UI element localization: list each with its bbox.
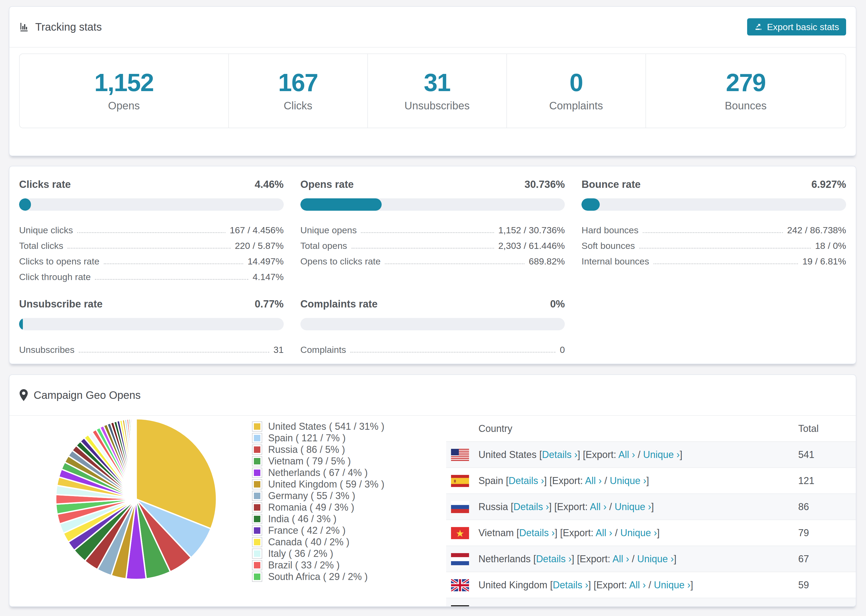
- total-cell: 55: [798, 605, 809, 607]
- rate-row-label: Total clicks: [19, 240, 63, 251]
- export-unique-link[interactable]: Unique ›: [610, 475, 646, 486]
- export-unique-link[interactable]: Unique ›: [643, 449, 680, 460]
- export-button-label: Export basic stats: [767, 22, 839, 32]
- export-all-link[interactable]: All ›: [600, 605, 617, 607]
- rate-block-unsubscribe-rate: Unsubscribe rate0.77%Unsubscribes31: [19, 298, 284, 355]
- rate-row-label: Hard bounces: [581, 225, 638, 236]
- legend-item: Italy ( 36 / 2% ): [252, 548, 384, 559]
- country-cell: Netherlands [Details ›] [Export: All › /…: [479, 553, 676, 565]
- de-flag-icon: [451, 605, 469, 607]
- table-row: Germany [Details ›] [Export: All › / Uni…: [446, 598, 856, 607]
- rate-row-value: 0: [560, 344, 565, 355]
- rate-rows: Hard bounces242 / 86.738%Soft bounces18 …: [581, 220, 846, 267]
- legend-item: Canada ( 40 / 2% ): [252, 536, 384, 548]
- legend-swatch: [252, 421, 262, 432]
- export-unique-link[interactable]: Unique ›: [614, 501, 651, 512]
- rate-row-label: Internal bounces: [581, 256, 649, 267]
- details-link[interactable]: Details ›: [553, 580, 588, 591]
- geo-opens-legend: United States ( 541 / 31% )Spain ( 121 /…: [252, 421, 384, 582]
- legend-swatch: [252, 433, 262, 443]
- stat-label: Unsubscribes: [405, 100, 469, 112]
- export-all-link[interactable]: All ›: [612, 553, 629, 564]
- total-cell: 79: [798, 527, 809, 539]
- rate-value: 6.927%: [811, 179, 846, 190]
- rate-value: 0.77%: [255, 298, 284, 310]
- rate-row: Click through rate4.147%: [19, 267, 284, 282]
- rate-row-label: Unique opens: [301, 225, 357, 236]
- legend-item: United States ( 541 / 31% ): [252, 421, 384, 432]
- country-cell: Germany [Details ›] [Export: All › / Uni…: [479, 605, 664, 607]
- rates-card: Clicks rate4.46%Unique clicks167 / 4.456…: [9, 166, 856, 364]
- legend-item: Vietnam ( 79 / 5% ): [252, 455, 384, 467]
- rate-progress-fill: [581, 198, 600, 211]
- legend-item: France ( 42 / 2% ): [252, 525, 384, 536]
- tracking-stats-header: Tracking stats Export basic stats: [9, 7, 856, 47]
- stat-label: Bounces: [725, 100, 767, 112]
- export-unique-link[interactable]: Unique ›: [625, 605, 661, 607]
- legend-swatch: [252, 560, 262, 570]
- export-all-link[interactable]: All ›: [585, 475, 601, 486]
- dotted-leader: [643, 232, 783, 233]
- export-all-link[interactable]: All ›: [618, 449, 635, 460]
- details-link[interactable]: Details ›: [519, 527, 554, 538]
- legend-label: United States ( 541 / 31% ): [268, 421, 384, 432]
- es-flag-icon: [451, 475, 469, 487]
- rate-block-complaints-rate: Complaints rate0%Complaints0: [301, 298, 565, 355]
- pie-slice-other: [136, 419, 136, 499]
- dotted-leader: [639, 248, 811, 248]
- tracking-stats-card: Tracking stats Export basic stats 1,152O…: [9, 6, 856, 156]
- export-unique-link[interactable]: Unique ›: [637, 553, 674, 564]
- rate-row-value: 242 / 86.738%: [787, 225, 846, 236]
- rate-row: Total clicks220 / 5.87%: [19, 236, 284, 251]
- rate-row: Unique opens1,152 / 30.736%: [301, 220, 565, 236]
- legend-label: United Kingdom ( 59 / 3% ): [268, 479, 384, 490]
- export-unique-link[interactable]: Unique ›: [654, 580, 690, 591]
- gb-flag-icon: [451, 579, 469, 591]
- rate-progress-bar: [19, 198, 284, 211]
- campaign-geo-opens-title: Campaign Geo Opens: [34, 389, 141, 401]
- rate-head: Clicks rate4.46%: [19, 179, 284, 190]
- rate-title: Complaints rate: [301, 298, 378, 310]
- dotted-leader: [385, 263, 524, 264]
- rate-row-value: 220 / 5.87%: [235, 240, 283, 251]
- rate-rows: Unique clicks167 / 4.456%Total clicks220…: [19, 220, 284, 282]
- details-link[interactable]: Details ›: [536, 553, 572, 564]
- legend-item: India ( 46 / 3% ): [252, 513, 384, 525]
- details-link[interactable]: Details ›: [513, 501, 549, 512]
- legend-swatch: [252, 445, 262, 455]
- rate-value: 0%: [550, 298, 565, 310]
- rate-title: Clicks rate: [19, 179, 71, 190]
- rates-grid: Clicks rate4.46%Unique clicks167 / 4.456…: [9, 167, 856, 355]
- rate-row: Hard bounces242 / 86.738%: [581, 220, 846, 236]
- summary-stats-box: 1,152Opens167Clicks31Unsubscribes0Compla…: [19, 53, 846, 128]
- legend-swatch: [252, 479, 262, 489]
- legend-item: Romania ( 49 / 3% ): [252, 501, 384, 513]
- export-all-link[interactable]: All ›: [590, 501, 606, 512]
- export-unique-link[interactable]: Unique ›: [620, 527, 657, 538]
- rate-progress-bar: [581, 198, 846, 211]
- stat-label: Clicks: [284, 100, 313, 112]
- legend-swatch: [252, 548, 262, 559]
- geo-opens-table: Country Total United States [Details ›] …: [446, 416, 856, 607]
- legend-item: South Africa ( 29 / 2% ): [252, 571, 384, 582]
- details-link[interactable]: Details ›: [524, 605, 559, 607]
- details-link[interactable]: Details ›: [509, 475, 544, 486]
- stat-cell-clicks: 167Clicks: [228, 54, 367, 128]
- rate-row: Complaints0: [301, 339, 565, 355]
- stat-cell-complaints: 0Complaints: [506, 54, 646, 128]
- export-all-link[interactable]: All ›: [596, 527, 612, 538]
- campaign-geo-opens-body: United States ( 541 / 31% )Spain ( 121 /…: [9, 416, 856, 607]
- legend-item: Netherlands ( 67 / 4% ): [252, 467, 384, 478]
- vn-flag-icon: [451, 527, 469, 539]
- export-all-link[interactable]: All ›: [629, 580, 646, 591]
- rate-row: Unique clicks167 / 4.456%: [19, 220, 284, 236]
- legend-swatch: [252, 514, 262, 524]
- stat-value: 279: [726, 70, 766, 95]
- legend-label: India ( 46 / 3% ): [268, 513, 337, 525]
- details-link[interactable]: Details ›: [542, 449, 578, 460]
- export-basic-stats-button[interactable]: Export basic stats: [747, 18, 846, 36]
- stat-label: Opens: [108, 100, 140, 112]
- bar-chart-icon: [19, 22, 30, 32]
- dotted-leader: [350, 352, 556, 353]
- rate-title: Bounce rate: [581, 179, 641, 190]
